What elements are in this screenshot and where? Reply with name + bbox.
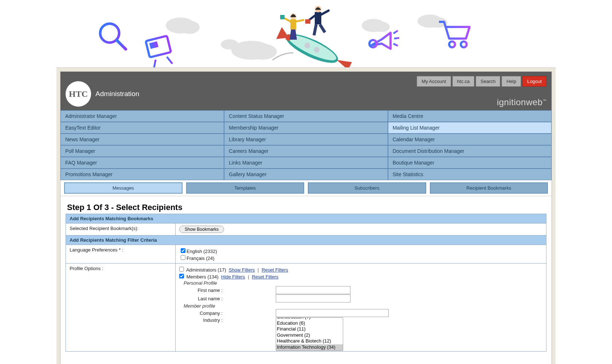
nav-links-manager[interactable]: Links Manager xyxy=(224,157,388,169)
svg-line-34 xyxy=(284,18,290,21)
lang-francais-option[interactable]: Français (24) xyxy=(179,256,215,261)
administrators-show-filters-link[interactable]: Show Filters xyxy=(229,267,255,273)
nav-content-status-manager[interactable]: Content Status Manager xyxy=(224,110,388,122)
rocket-illustration xyxy=(262,0,357,71)
svg-line-29 xyxy=(314,24,316,35)
tab-templates[interactable]: Templates xyxy=(186,182,305,194)
company-label: Company : xyxy=(188,310,223,316)
nav-site-statistics[interactable]: Site Statistics xyxy=(388,169,552,180)
tab-recipient-bookmarks[interactable]: Recipient Bookmarks xyxy=(430,182,548,194)
last-name-input[interactable] xyxy=(276,294,350,302)
nav-promotions-manager[interactable]: Promotions Manager xyxy=(60,169,224,180)
nav-calendar-manager[interactable]: Calendar Manager xyxy=(388,134,552,145)
search-icon xyxy=(97,20,129,53)
logout-button[interactable]: Logout xyxy=(522,76,546,87)
show-bookmarks-button[interactable]: Show Bookmarks xyxy=(179,226,224,233)
nav-gallery-manager[interactable]: Gallery Manager xyxy=(224,169,388,180)
svg-rect-11 xyxy=(146,36,171,57)
svg-line-10 xyxy=(117,40,126,49)
language-pref-label: Language Preferences * : xyxy=(66,245,176,264)
nav-faq-manager[interactable]: FAQ Manager xyxy=(60,157,224,169)
last-name-label: Last name : xyxy=(188,296,223,301)
tab-subscribers[interactable]: Subscribers xyxy=(308,182,426,194)
svg-line-30 xyxy=(320,24,325,32)
nav-library-manager[interactable]: Library Manager xyxy=(224,134,388,145)
svg-line-39 xyxy=(394,38,399,39)
search-button[interactable]: Search xyxy=(476,76,500,87)
lang-english-option[interactable]: English (2332) xyxy=(179,249,217,254)
svg-marker-36 xyxy=(290,29,297,40)
brand-logo: HTC xyxy=(66,81,91,107)
my-account-button[interactable]: My Account xyxy=(417,76,451,87)
members-checkbox[interactable] xyxy=(179,274,184,278)
nav-poll-manager[interactable]: Poll Manager xyxy=(60,145,224,157)
section-filter-header: Add Recipients Matching Filter Criteria xyxy=(66,236,546,245)
first-name-input[interactable] xyxy=(276,286,350,294)
svg-line-33 xyxy=(296,20,303,21)
nav-mailing-list-manager[interactable]: Mailing List Manager xyxy=(388,122,552,134)
members-reset-filters-link[interactable]: Reset Filters xyxy=(252,274,278,280)
svg-line-40 xyxy=(393,44,398,46)
svg-line-26 xyxy=(321,11,329,15)
industry-label: Industry : xyxy=(188,317,223,323)
brand-mark: ignitionweb™ xyxy=(497,97,546,107)
nav-careers-manager[interactable]: Careers Manager xyxy=(224,145,388,157)
hero-illustration xyxy=(0,0,612,69)
administrators-checkbox[interactable] xyxy=(179,267,184,272)
profile-options-label: Profile Options : xyxy=(66,264,176,352)
administrators-label: Administrators (17) xyxy=(186,267,226,273)
svg-rect-31 xyxy=(290,19,296,29)
svg-rect-35 xyxy=(280,15,285,19)
svg-line-13 xyxy=(151,48,167,52)
member-profile-heading: Member profile xyxy=(184,303,544,309)
help-button[interactable]: Help xyxy=(502,76,521,87)
lang-francais-checkbox[interactable] xyxy=(181,255,185,260)
nav-membership-manager[interactable]: Membership Manager xyxy=(224,122,388,134)
nav-boutique-manager[interactable]: Boutique Manager xyxy=(388,157,552,169)
members-hide-filters-link[interactable]: Hide Filters xyxy=(221,274,245,280)
nav-administrator-manager[interactable]: Administrator Manager xyxy=(60,110,224,122)
app-topbar: HTC Administration My Accounthtc.caSearc… xyxy=(60,72,552,110)
personal-profile-heading: Personal Profile xyxy=(184,280,544,286)
brand-title: Administration xyxy=(95,90,139,98)
first-name-label: First name : xyxy=(188,288,223,293)
svg-line-16 xyxy=(167,56,172,65)
svg-rect-12 xyxy=(149,41,158,49)
nav-easytext-editor[interactable]: EasyText Editor xyxy=(60,122,224,134)
administrators-reset-filters-link[interactable]: Reset Filters xyxy=(262,267,288,273)
svg-rect-28 xyxy=(305,19,310,24)
svg-point-45 xyxy=(449,41,455,47)
primary-nav: Administrator ManagerContent Status Mana… xyxy=(60,110,552,180)
nav-document-distribution-manager[interactable]: Document Distribution Manager xyxy=(388,145,552,157)
nav-media-centre[interactable]: Media Centre xyxy=(388,110,552,122)
htc-ca-button[interactable]: htc.ca xyxy=(452,76,475,87)
svg-point-1 xyxy=(179,21,200,34)
company-input[interactable] xyxy=(276,309,389,317)
megaphone-icon xyxy=(364,23,401,59)
nav-news-manager[interactable]: News Manager xyxy=(60,134,224,145)
lang-english-checkbox[interactable] xyxy=(181,248,185,253)
industry-select[interactable]: Construction (7)Education (6)Financial (… xyxy=(276,317,343,351)
cart-icon xyxy=(435,15,475,55)
section-tabs: MessagesTemplatesSubscribersRecipient Bo… xyxy=(60,180,552,196)
svg-line-38 xyxy=(393,31,398,33)
selected-bookmark-label: Selected Recipient Bookmark(s): xyxy=(66,223,176,236)
svg-point-46 xyxy=(461,41,467,47)
members-label: Members (134) xyxy=(187,274,219,280)
step-title: Step 1 Of 3 - Select Recipients xyxy=(67,203,546,212)
section-bookmarks-header: Add Recipients Matching Bookmarks xyxy=(66,214,546,223)
tab-messages[interactable]: Messages xyxy=(64,182,183,194)
